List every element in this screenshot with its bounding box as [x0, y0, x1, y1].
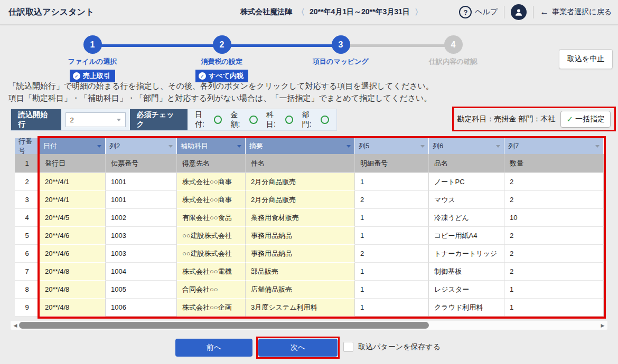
column-header-label: 列2: [109, 141, 120, 151]
table-cell: 株式会社○○電機: [177, 263, 246, 281]
step-1-label: ファイルの選択: [42, 57, 143, 66]
company-name: 株式会社魔法陣: [240, 7, 292, 17]
table-cell: 得意先名: [177, 154, 246, 173]
table-cell: 1: [355, 209, 429, 227]
table-cell: 2: [355, 245, 429, 263]
row-number-cell: 5: [15, 227, 40, 245]
journal-import-assistant-page: 仕訳取込アシスタント 株式会社魔法陣 〈 20**年4月1日～20**年3月31…: [0, 0, 618, 364]
start-row-select[interactable]: 2: [65, 112, 126, 127]
column-header[interactable]: 補助科目: [177, 138, 246, 154]
scroll-left-icon[interactable]: ◀: [12, 321, 19, 330]
table-cell: 1: [504, 281, 604, 299]
scroll-right-icon[interactable]: ▶: [599, 321, 606, 330]
start-row-label: 読込開始行: [11, 109, 61, 130]
next-button[interactable]: 次へ: [258, 339, 338, 357]
table-cell: ○○建設株式会社: [177, 227, 246, 245]
column-header[interactable]: 列5: [355, 138, 429, 154]
save-pattern-checkbox[interactable]: [343, 342, 353, 352]
read-settings-bar: 読込開始行 2 必須チェック 日付: 金額: 科目: 部門:: [11, 109, 337, 131]
row-number-cell: 8: [15, 281, 40, 299]
column-header[interactable]: 日付: [40, 138, 106, 154]
step-3-indicator: 3: [332, 35, 350, 54]
table-cell: 1001: [106, 191, 177, 209]
instructions: 「読込開始行」で明細の始まる行を指定し、その後、各列のボタンをクリックして対応す…: [8, 80, 434, 104]
instruction-line-2: 項目「勘定科目」・「補助科目」・「部門」と対応する列がない場合は、「一括指定」で…: [8, 92, 434, 104]
back-to-business-select-link[interactable]: ← 事業者選択に戻る: [540, 7, 612, 17]
status-ok-icon: [321, 116, 329, 124]
table-cell: 2: [504, 227, 604, 245]
table-cell: トナーカートリッジ: [429, 245, 504, 263]
table-cell: 20**/4/1: [40, 173, 106, 191]
check-icon: ✓: [199, 72, 206, 80]
row-number-cell: 7: [15, 263, 40, 281]
fiscal-period: 20**年4月1日～20**年3月31日: [310, 7, 410, 17]
status-ok-icon: [249, 116, 258, 124]
table-cell: 株式会社○○商事: [177, 173, 246, 191]
table-cell: 1: [355, 299, 429, 317]
table-cell: 2月分商品販売: [246, 173, 355, 191]
table-cell: 20**/4/5: [40, 209, 106, 227]
step-4-label: 仕訳内容の確認: [403, 57, 503, 66]
column-header-label: 列7: [508, 141, 519, 151]
prev-button[interactable]: 前へ: [175, 339, 252, 357]
instruction-line-1: 「読込開始行」で明細の始まる行を指定し、その後、各列のボタンをクリックして対応す…: [8, 80, 434, 92]
table-cell: 部品販売: [246, 263, 355, 281]
check-icon: ✓: [566, 114, 573, 124]
cancel-import-button[interactable]: 取込を中止: [559, 49, 613, 69]
column-header-label: 日付: [43, 141, 57, 151]
column-header[interactable]: 列6: [429, 138, 504, 154]
table-cell: 3月度システム利用料: [246, 299, 355, 317]
app-title: 仕訳取込アシスタント: [8, 0, 94, 24]
table-cell: 2: [504, 263, 604, 281]
bulk-assign-annotation: 勘定科目：売掛金 部門：本社 ✓ 一括指定: [452, 107, 616, 131]
column-header-label: 摘要: [249, 141, 263, 151]
row-number-header: 行番号: [15, 138, 40, 154]
start-row-value: 2: [70, 116, 74, 124]
step-2-label: 消費税の設定: [172, 57, 272, 66]
table-cell: 業務用食材販売: [246, 209, 355, 227]
required-check-indicators: 日付: 金額: 科目: 部門:: [188, 109, 336, 130]
table-cell: 20**/4/6: [40, 227, 106, 245]
divider: [504, 6, 504, 18]
chevron-down-icon: [237, 145, 241, 148]
table-cell: 2: [504, 245, 604, 263]
row-number-cell: 3: [15, 191, 40, 209]
table-cell: 株式会社○○商事: [177, 191, 246, 209]
help-link[interactable]: ? ヘルプ: [459, 6, 498, 18]
table-cell: クラウド利用料: [429, 299, 504, 317]
help-icon: ?: [459, 6, 472, 18]
company-period-group: 株式会社魔法陣 〈 20**年4月1日～20**年3月31日 〉: [240, 0, 423, 24]
table-cell: 20**/4/8: [40, 299, 106, 317]
user-avatar-icon[interactable]: [511, 4, 527, 20]
table-cell: 20**/4/8: [40, 263, 106, 281]
table-cell: 1003: [106, 245, 177, 263]
period-next-icon[interactable]: 〉: [415, 7, 423, 17]
table-cell: マウス: [429, 191, 504, 209]
back-label: 事業者選択に戻る: [552, 7, 612, 17]
stepper: 1 ファイルの選択 ✓ 売上取引 2 消費税の設定 ✓ すべて内税 3 項目のマ…: [0, 29, 618, 82]
indicator-amount: 金額:: [230, 110, 258, 129]
step-2-indicator: 2: [213, 35, 231, 54]
column-header-label: 列5: [359, 141, 369, 151]
table-cell: 1001: [106, 173, 177, 191]
scrollbar-thumb[interactable]: [19, 322, 429, 329]
column-header[interactable]: 摘要: [246, 138, 355, 154]
table-cell: 1004: [106, 263, 177, 281]
table-cell: 1: [355, 173, 429, 191]
table-cell: 件名: [246, 154, 355, 173]
period-prev-icon[interactable]: 〈: [297, 7, 305, 17]
bulk-assign-values: 勘定科目：売掛金 部門：本社: [457, 114, 556, 124]
column-header[interactable]: 列7: [504, 138, 604, 154]
table-cell: 明細番号: [355, 154, 429, 173]
start-row-select-wrap: 2: [61, 109, 130, 130]
topbar-actions: ? ヘルプ ← 事業者選択に戻る: [459, 0, 612, 24]
table-cell: 20**/4/6: [40, 245, 106, 263]
horizontal-scrollbar[interactable]: ◀ ▶: [11, 321, 607, 330]
step-1-indicator: 1: [83, 35, 102, 54]
table-cell: 1003: [106, 227, 177, 245]
table-cell: 1006: [106, 299, 177, 317]
table-cell: 店舗備品販売: [246, 281, 355, 299]
column-header[interactable]: 列2: [106, 138, 177, 154]
row-number-cell: 6: [15, 245, 40, 263]
bulk-assign-button[interactable]: ✓ 一括指定: [560, 111, 611, 128]
